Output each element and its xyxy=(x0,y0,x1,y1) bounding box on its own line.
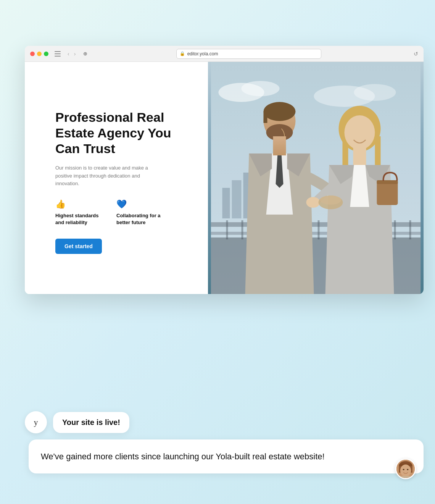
hero-left-panel: Professional Real Estate Agency You Can … xyxy=(25,62,208,294)
hero-subtitle: Our mission is to create value and make … xyxy=(55,164,155,188)
feature-item-standards: 👍 Highest standards and reliability xyxy=(55,199,101,226)
chat-section: y Your site is live! We've gained more c… xyxy=(25,411,424,473)
svg-rect-55 xyxy=(396,476,415,478)
hero-title: Professional Real Estate Agency You Can … xyxy=(55,110,189,156)
svg-point-54 xyxy=(407,469,408,470)
feature-text-standards: Highest standards and reliability xyxy=(55,212,101,226)
svg-rect-1 xyxy=(55,53,61,54)
svg-rect-47 xyxy=(211,62,421,294)
hero-image-panel: Unsplash Unsplash Unsplash Unsplash Unsp… xyxy=(208,62,424,294)
browser-chrome: ‹ › ⊕ 🔒 editor.yola.com ↺ xyxy=(25,46,424,62)
heart-icon: 💙 xyxy=(116,199,162,209)
svg-point-53 xyxy=(403,469,404,470)
url-text: editor.yola.com xyxy=(187,51,218,57)
get-started-button[interactable]: Get started xyxy=(55,239,102,254)
sidebar-toggle[interactable] xyxy=(55,51,61,57)
yola-letter: y xyxy=(34,417,38,427)
svg-point-52 xyxy=(400,464,411,477)
url-bar[interactable]: 🔒 editor.yola.com xyxy=(176,49,321,59)
feature-item-collaborating: 💙 Collaborating for a better future xyxy=(116,199,162,226)
svg-rect-2 xyxy=(55,56,61,57)
feature-text-collaborating: Collaborating for a better future xyxy=(116,212,162,226)
thumbs-up-icon: 👍 xyxy=(55,199,101,209)
user-avatar-image xyxy=(396,460,415,478)
site-live-bubble: Your site is live! xyxy=(53,412,129,433)
traffic-lights xyxy=(30,52,48,56)
chat-notification: y Your site is live! xyxy=(25,411,424,433)
testimonial-bubble: We've gained more clients since launchin… xyxy=(29,439,424,473)
handshake-image: Unsplash Unsplash Unsplash Unsplash Unsp… xyxy=(208,62,424,294)
svg-rect-0 xyxy=(55,51,61,52)
features-row: 👍 Highest standards and reliability 💙 Co… xyxy=(55,199,189,226)
notification-text: Your site is live! xyxy=(62,418,120,426)
testimonial-text: We've gained more clients since launchin… xyxy=(41,452,325,461)
browser-content: Professional Real Estate Agency You Can … xyxy=(25,62,424,294)
reload-button[interactable]: ↺ xyxy=(414,51,418,57)
shield-icon: ⊕ xyxy=(83,51,87,57)
yola-avatar: y xyxy=(25,411,47,433)
scene-illustration xyxy=(208,62,424,294)
back-button[interactable]: ‹ xyxy=(66,50,71,58)
minimize-button[interactable] xyxy=(37,52,42,56)
close-button[interactable] xyxy=(30,52,35,56)
browser-nav: ‹ › xyxy=(66,50,77,58)
forward-button[interactable]: › xyxy=(72,50,77,58)
user-avatar xyxy=(395,459,416,479)
lock-icon: 🔒 xyxy=(180,51,185,56)
browser-window: ‹ › ⊕ 🔒 editor.yola.com ↺ Professional R… xyxy=(25,46,424,294)
maximize-button[interactable] xyxy=(44,52,48,56)
